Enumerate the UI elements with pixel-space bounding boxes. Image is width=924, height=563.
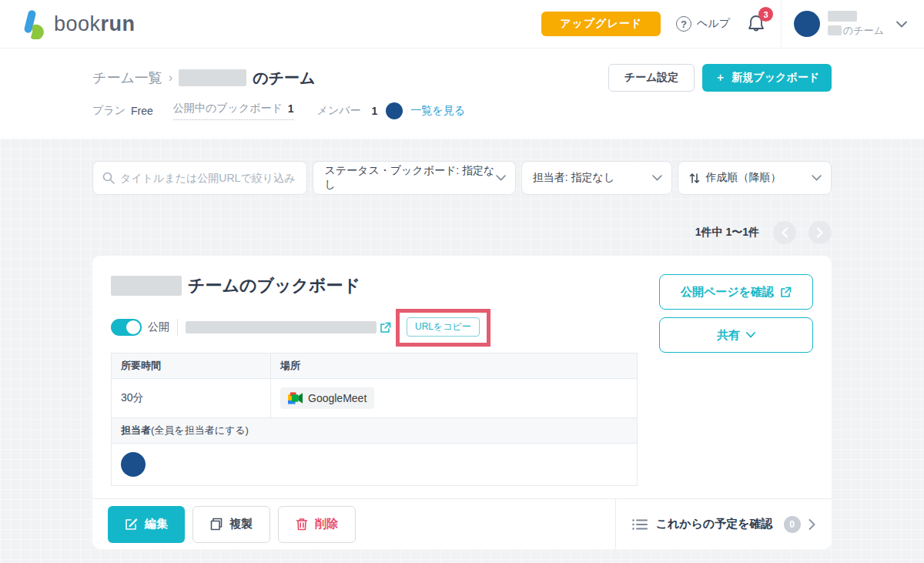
duplicate-button[interactable]: 複製: [192, 506, 270, 543]
search-box: [92, 161, 307, 195]
upcoming-schedule-button[interactable]: これからの予定を確認 0: [615, 499, 832, 549]
search-icon: [102, 172, 115, 184]
topbar-right: アップグレード ? ヘルプ 3: [541, 0, 907, 48]
table-header-row: 所要時間 場所: [112, 354, 638, 379]
google-meet-icon: [288, 392, 303, 404]
chevron-down-icon: [896, 21, 907, 28]
assignee-header-row: 担当者(全員を担当者にする): [112, 418, 638, 444]
check-public-page-button[interactable]: 公開ページを確認: [659, 274, 813, 310]
column-duration: 所要時間: [112, 354, 271, 379]
team-settings-button[interactable]: チーム設定: [608, 64, 695, 92]
google-meet-chip: GoogleMeet: [280, 387, 374, 409]
sort-dropdown[interactable]: 作成順（降順）: [678, 161, 832, 195]
pagination-prev-button[interactable]: [773, 221, 796, 244]
external-link-icon: [780, 287, 792, 298]
members-stat: メンバー 1: [317, 102, 403, 119]
account-menu[interactable]: のチーム: [782, 11, 907, 38]
page-head: チーム一覧 › のチーム チーム設定 ＋ 新規ブックボード プラン Free 公…: [0, 49, 924, 139]
share-button[interactable]: 共有: [659, 317, 813, 353]
assignee-filter-dropdown[interactable]: 担当者: 指定なし: [521, 161, 673, 195]
chevron-down-icon: [812, 175, 822, 181]
upcoming-label: これからの予定を確認: [655, 517, 772, 531]
account-avatar: [794, 11, 820, 37]
redacted-account-name: [828, 11, 857, 22]
pagination-summary: 1件中 1〜1件: [695, 226, 759, 240]
view-members-link[interactable]: 一覧を見る: [410, 104, 465, 118]
bookboard-card: チームのブックボード 公開 URLをコピー: [92, 256, 832, 549]
assignee-row: [112, 444, 638, 486]
edit-button[interactable]: 編集: [108, 506, 185, 543]
trash-icon: [296, 518, 308, 531]
pagination-next-button[interactable]: [808, 221, 832, 244]
chevron-down-icon: [746, 332, 755, 338]
pagination: 1件中 1〜1件: [92, 221, 832, 244]
column-assignee: 担当者(全員を担当者にする): [112, 418, 638, 444]
breadcrumb-team-list[interactable]: チーム一覧: [92, 69, 162, 87]
card-footer: 編集 複製: [92, 498, 832, 549]
member-avatar: [386, 102, 403, 119]
breadcrumb-separator: ›: [169, 71, 172, 85]
bookboard-title: チームのブックボード: [188, 274, 360, 297]
redacted-public-url: [186, 321, 377, 333]
upgrade-button[interactable]: アップグレード: [541, 12, 661, 36]
publish-label: 公開: [148, 320, 169, 334]
question-icon: ?: [676, 16, 691, 32]
redacted-bookboard-owner: [111, 276, 182, 296]
url-copy-highlight-box: URLをコピー: [396, 309, 490, 347]
list-icon: [632, 518, 648, 531]
brand-logo-text: bookrun: [54, 12, 136, 36]
redacted-team-name: [179, 69, 246, 86]
page-title: のチーム: [253, 68, 315, 89]
breadcrumb: チーム一覧 › のチーム: [92, 68, 316, 89]
edit-pencil-icon: [125, 518, 138, 531]
published-bookboards-stat: 公開中のブックボード 1: [173, 102, 294, 120]
publish-toggle[interactable]: [111, 319, 142, 336]
url-copy-button[interactable]: URLをコピー: [407, 317, 480, 337]
copy-icon: [210, 518, 223, 531]
notifications-button[interactable]: 3: [747, 14, 765, 34]
help-button[interactable]: ? ヘルプ: [676, 16, 730, 32]
published-count: 1: [288, 102, 294, 115]
page-head-actions: チーム設定 ＋ 新規ブックボード: [608, 64, 832, 92]
card-side-actions: 公開ページを確認 共有: [659, 274, 813, 486]
brand-logo[interactable]: bookrun: [20, 8, 136, 39]
chevron-right-icon: [808, 519, 815, 530]
app-root: bookrun アップグレード ? ヘルプ 3: [0, 0, 924, 563]
content-area: ステータス・ブックボード: 指定なし 担当者: 指定なし 作: [0, 139, 924, 563]
bookboard-table: 所要時間 場所 30分: [111, 353, 638, 486]
plan-value: Free: [131, 105, 153, 117]
brand-logo-icon: [20, 8, 46, 39]
card-footer-actions: 編集 複製: [92, 499, 615, 549]
assignee-avatar: [121, 452, 146, 477]
topbar: bookrun アップグレード ? ヘルプ 3: [0, 0, 924, 49]
plan-label: プラン: [92, 104, 126, 118]
external-link-icon[interactable]: [380, 322, 391, 333]
search-input[interactable]: [120, 172, 297, 184]
plus-icon: ＋: [715, 71, 725, 85]
table-row: 30分: [112, 379, 638, 418]
upcoming-count-badge: 0: [784, 516, 801, 533]
notification-badge: 3: [758, 7, 773, 22]
sort-arrows-icon: [689, 173, 700, 184]
duration-value: 30分: [112, 379, 271, 418]
publish-row: 公開 URLをコピー: [111, 313, 638, 342]
team-info-row: プラン Free 公開中のブックボード 1 メンバー 1 一覧を見る: [92, 102, 832, 120]
help-label: ヘルプ: [697, 17, 730, 31]
status-filter-dropdown[interactable]: ステータス・ブックボード: 指定なし: [313, 161, 515, 195]
column-location: 場所: [271, 354, 638, 379]
redacted-team-name-small: [828, 25, 842, 35]
filter-bar: ステータス・ブックボード: 指定なし 担当者: 指定なし 作: [92, 161, 832, 195]
delete-button[interactable]: 削除: [278, 506, 356, 543]
chevron-down-icon: [496, 175, 506, 181]
members-count: 1: [372, 105, 378, 117]
account-team-suffix: のチーム: [843, 24, 884, 38]
divider: [177, 319, 178, 336]
new-bookboard-button[interactable]: ＋ 新規ブックボード: [702, 64, 832, 92]
chevron-down-icon: [652, 175, 662, 181]
